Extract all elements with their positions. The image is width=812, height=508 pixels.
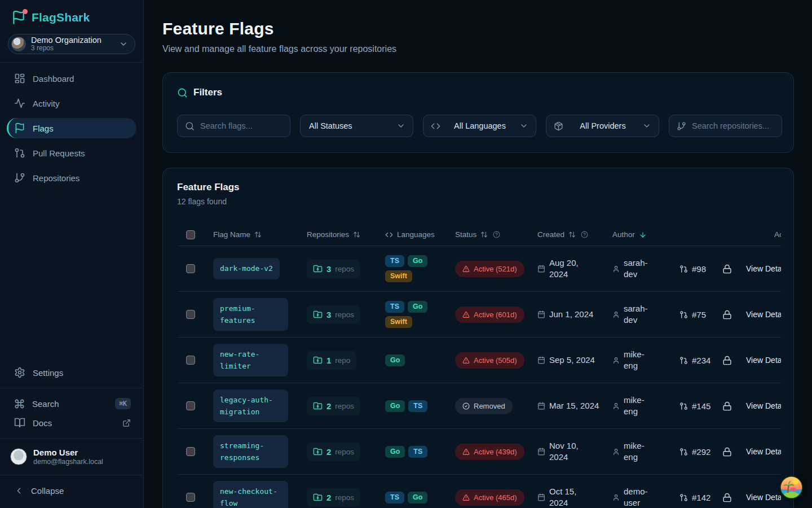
git-pull-request-icon [679,402,688,410]
repo-unit: repos [335,448,354,456]
sidebar-item-dashboard[interactable]: Dashboard [7,68,136,89]
repository-search-field [669,115,782,137]
sort-icon [568,231,576,238]
column-header-flag-name[interactable]: Flag Name [204,230,298,239]
column-header-actions: Actions [756,230,781,239]
view-details-link[interactable]: View Details [746,447,781,456]
status-badge: Removed [455,398,513,414]
status-filter-select[interactable]: All Statuses [300,115,413,137]
calendar-icon [537,402,545,410]
flag-name-pill[interactable]: legacy-auth-migration [213,389,288,423]
created-date: Nov 10, 2024 [549,440,579,463]
search-repositories-input[interactable] [692,121,774,130]
view-details-link[interactable]: View Details [746,310,781,319]
row-checkbox[interactable] [186,447,195,456]
table-row: legacy-auth-migration 2 repos GoTS Remov… [177,383,781,429]
search-flags-input[interactable] [200,121,283,130]
column-header-repositories[interactable]: Repositories [298,230,376,239]
table-row: new-checkout-flow 2 repos TSGo Active (4… [177,475,781,508]
lock-icon [722,310,732,319]
select-all-checkbox[interactable] [186,230,195,239]
language-badges: TSGo [385,492,427,503]
pull-request-link[interactable]: #98 [679,264,706,274]
repo-count: 3 [326,264,331,274]
user-icon [612,402,620,410]
language-filter-select[interactable]: All Languages [423,115,536,137]
column-header-created[interactable]: Created [528,230,603,239]
code-icon [431,121,440,131]
user-name: Demo User [33,448,103,458]
gear-icon [14,367,25,378]
user-icon [612,265,620,273]
flag-icon [14,122,25,134]
row-checkbox[interactable] [186,401,195,410]
code-icon [385,231,393,239]
language-badge-ts: TS [408,446,427,458]
language-badge-ts: TS [408,400,427,412]
view-details-link[interactable]: View Details [746,493,781,502]
author-name: sarah-dev [624,303,653,326]
language-badge-ts: TS [385,492,404,503]
row-checkbox[interactable] [186,264,195,273]
sidebar-item-activity[interactable]: Activity [7,93,136,113]
calendar-icon [537,265,545,273]
divider [0,62,143,63]
flag-name-pill[interactable]: new-checkout-flow [213,481,288,508]
pull-request-link[interactable]: #234 [679,356,710,365]
docs-link[interactable]: Docs [7,413,136,432]
org-avatar [11,37,26,51]
help-icon[interactable] [581,231,588,238]
view-details-link[interactable]: View Details [746,264,781,273]
user-menu[interactable]: Demo User demo@flagshark.local [7,444,136,469]
pull-request-link[interactable]: #75 [679,310,706,319]
user-icon [612,357,620,364]
sidebar-item-flags[interactable]: Flags [7,118,136,138]
sidebar-item-label: Activity [33,99,60,108]
provider-filter-select[interactable]: All Providers [546,115,659,137]
flags-table-panel: Feature Flags 12 flags found Flag Name R… [162,168,794,508]
sidebar-item-label: Repositories [33,173,80,183]
tropical-island-badge[interactable] [780,476,803,499]
collapse-label: Collapse [31,486,64,496]
notification-dot [23,9,28,14]
language-badge-go: Go [408,255,427,267]
column-header-author[interactable]: Author [603,230,756,239]
sidebar-item-settings[interactable]: Settings [7,363,136,382]
table-row: new-rate-limiter 1 repo Go Active (505d)… [177,338,781,383]
view-details-link[interactable]: View Details [746,401,781,410]
status-badge: Active (521d) [455,261,524,277]
sort-icon [353,231,360,238]
row-checkbox[interactable] [186,493,195,502]
language-filter-value: All Languages [446,121,514,130]
sidebar-item-pull-requests[interactable]: Pull Requests [7,143,136,163]
collapse-sidebar-button[interactable]: Collapse [7,481,136,500]
flag-name-pill[interactable]: premium-features [213,298,288,331]
search-button[interactable]: Search ⌘K [7,394,136,413]
lock-icon [722,356,732,365]
calendar-icon [537,493,545,501]
view-details-link[interactable]: View Details [746,356,781,365]
org-selector[interactable]: Demo Organization 3 repos [8,34,135,54]
check-circle-icon [462,402,470,410]
row-checkbox[interactable] [186,310,195,319]
sidebar-item-repositories[interactable]: Repositories [7,168,136,188]
repositories-chip: 2 repos [307,397,360,415]
alert-triangle-icon [462,311,470,318]
flag-name-pill[interactable]: new-rate-limiter [213,344,288,377]
language-badge-go: Go [408,492,427,503]
created-date: Aug 20, 2024 [549,257,579,281]
help-icon[interactable] [493,231,500,238]
created-date: Mar 15, 2024 [549,400,599,411]
language-badge-ts: TS [385,301,404,313]
pull-request-link[interactable]: #145 [679,401,710,411]
flag-name-pill[interactable]: streaming-responses [213,435,288,468]
repo-unit: repos [335,265,354,273]
column-header-status[interactable]: Status [446,230,528,239]
flag-name-pill[interactable]: dark-mode-v2 [213,258,280,279]
repo-unit: repos [335,402,354,410]
pull-request-link[interactable]: #142 [679,493,710,502]
pull-request-link[interactable]: #292 [679,447,710,457]
activity-icon [14,98,25,109]
filters-title: Filters [193,87,222,98]
row-checkbox[interactable] [186,356,195,365]
